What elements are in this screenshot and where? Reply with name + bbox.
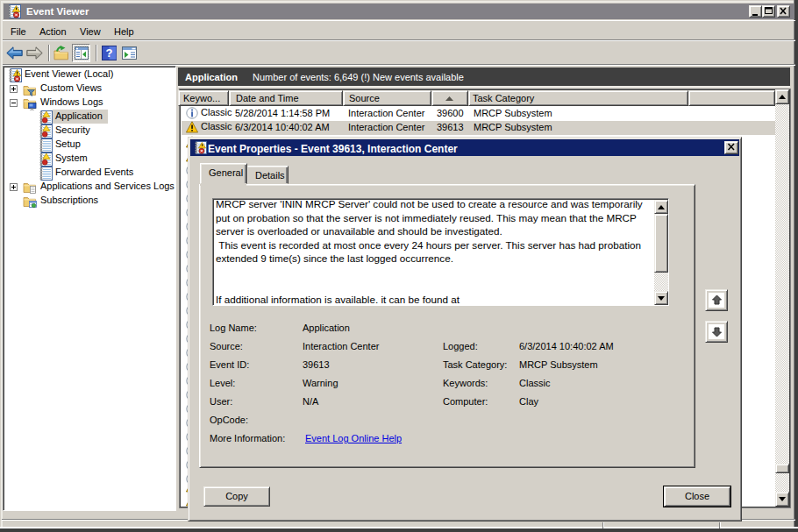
svg-text:?: ? <box>106 46 113 60</box>
